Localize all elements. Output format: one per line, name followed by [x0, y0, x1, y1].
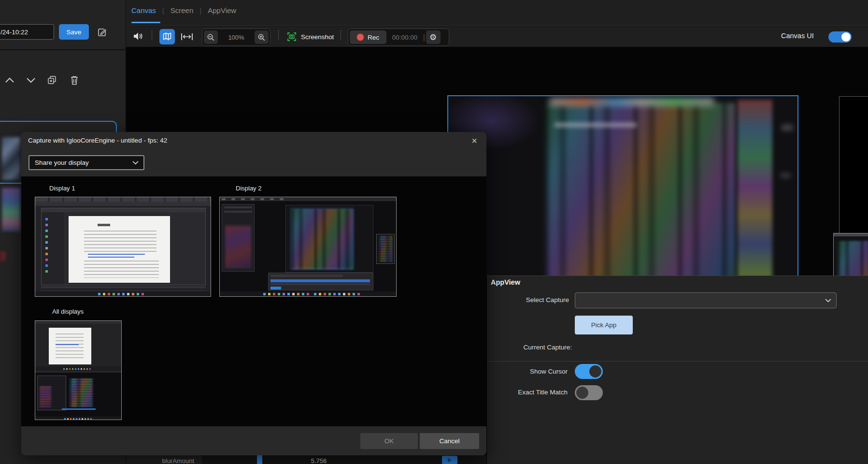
blurred-titlebar	[834, 233, 868, 236]
panel-dropdown-row	[270, 275, 343, 277]
save-button[interactable]: Save	[59, 24, 89, 40]
taskbar-icons	[98, 293, 100, 295]
thumb-bottom-panel	[268, 273, 373, 290]
pick-app-button[interactable]: Pick App	[575, 316, 633, 334]
zoom-out-icon	[206, 33, 215, 42]
scene-thumbnail-1[interactable]	[2, 137, 20, 180]
scene-thumbnail-3[interactable]	[0, 251, 6, 261]
toggle-knob	[576, 387, 588, 399]
fit-width-button[interactable]	[180, 30, 194, 43]
mini-taskbar	[35, 366, 122, 371]
map-icon	[162, 32, 172, 42]
blurred-highlight-line	[555, 123, 637, 127]
record-settings-button[interactable]: ⚙	[426, 30, 441, 44]
cancel-button[interactable]: Cancel	[420, 433, 479, 449]
select-capture-dropdown[interactable]	[575, 292, 837, 308]
display-picker-area: Display 1 Display 2	[21, 176, 486, 426]
share-display-dropdown[interactable]: Share your display	[28, 155, 144, 170]
toggle-knob	[589, 365, 601, 377]
close-icon: ×	[471, 135, 477, 146]
toolbar-separator	[341, 30, 341, 41]
screenshot-button[interactable]: Screenshot	[287, 29, 334, 44]
blurred-mini-code	[378, 236, 393, 261]
toolbar-separator	[278, 30, 279, 41]
current-capture-label: Current Capture:	[487, 344, 572, 351]
display1-thumbnail[interactable]	[35, 197, 211, 297]
edit-button[interactable]	[96, 27, 108, 38]
all-displays-thumbnail[interactable]	[35, 320, 122, 420]
app-window: Save	[0, 0, 868, 464]
zoom-controls: 100%	[202, 29, 270, 46]
display2-label: Display 2	[236, 185, 261, 192]
move-up-button[interactable]	[2, 72, 17, 88]
zoom-in-button[interactable]	[255, 30, 269, 44]
exact-title-match-toggle[interactable]	[575, 385, 603, 400]
mini-selected-row	[62, 408, 96, 410]
thumb-url-bar	[35, 202, 211, 206]
zoom-out-button[interactable]	[204, 30, 218, 44]
canvas-ui-toggle[interactable]	[828, 31, 852, 43]
ok-button[interactable]: OK	[360, 433, 418, 449]
record-dot-icon	[357, 34, 364, 41]
thumb-inner-titlebar	[42, 208, 205, 212]
thumb-right-mini	[376, 234, 395, 264]
thumb-menu-text	[222, 198, 289, 200]
dialog-close-button[interactable]: ×	[467, 134, 482, 147]
scene-thumbnail-2[interactable]	[2, 188, 20, 232]
tab-appview[interactable]: AppView	[208, 6, 236, 14]
exact-title-match-label: Exact Title Match	[487, 389, 568, 396]
toolbar-separator	[152, 30, 152, 41]
audio-button[interactable]	[131, 30, 145, 43]
delete-button[interactable]	[67, 72, 82, 88]
chevron-up-icon	[5, 77, 14, 83]
record-separator: |	[423, 33, 425, 41]
chevron-down-icon	[26, 77, 36, 83]
move-down-button[interactable]	[23, 72, 39, 88]
mini-document	[49, 328, 91, 364]
show-cursor-toggle[interactable]	[575, 364, 603, 379]
parameter-slider-handle[interactable]	[257, 455, 262, 464]
thumb-inner-window	[41, 208, 206, 285]
sidebar-divider	[0, 49, 126, 50]
mini-doc-link	[56, 344, 79, 345]
screenshot-camera-icon	[287, 32, 297, 42]
doc-link	[88, 254, 145, 255]
map-view-button[interactable]	[159, 29, 175, 44]
blur-smudge	[782, 125, 793, 130]
display1-label: Display 1	[49, 185, 75, 192]
thumb-document-page	[69, 216, 170, 283]
mini-red-thumb	[40, 387, 51, 407]
select-capture-label: Select Capture	[487, 296, 569, 304]
show-cursor-label: Show Cursor	[487, 368, 568, 375]
capture-dialog: Capture with IglooCoreEngine - untitled …	[21, 132, 486, 455]
blurred-code-lines	[545, 102, 736, 303]
canvas-ui-label: Canvas UI	[781, 32, 814, 40]
doc-text	[84, 231, 157, 252]
doc-link	[88, 257, 134, 258]
blurred-code-window	[291, 208, 354, 269]
screenshot-label: Screenshot	[301, 33, 334, 41]
appview-panel: AppView Select Capture Pick App Current …	[486, 276, 868, 464]
share-display-value: Share your display	[29, 159, 132, 166]
all-thumb-display2	[35, 371, 122, 420]
duplicate-button[interactable]	[44, 72, 60, 88]
taskbar-icons	[314, 293, 316, 295]
tab-canvas[interactable]: Canvas	[131, 6, 156, 14]
parameter-play-button[interactable]	[442, 456, 457, 464]
zoom-in-icon	[257, 33, 266, 42]
mini-menubar	[35, 371, 122, 373]
display2-thumbnail[interactable]	[219, 197, 397, 297]
trash-icon	[70, 75, 79, 86]
thumb-explorer-strip	[41, 286, 206, 291]
tab-screen[interactable]: Screen	[171, 6, 194, 14]
appview-header: AppView	[491, 278, 520, 286]
record-button[interactable]: Rec	[350, 30, 386, 44]
panel-rows	[224, 206, 252, 215]
scene-name-input[interactable]	[0, 24, 54, 40]
topbar	[126, 0, 868, 26]
parameter-name: blurAmount	[126, 455, 203, 464]
chevron-down-icon	[132, 160, 143, 165]
taskbar-icons	[63, 368, 65, 370]
zoom-level-value: 100%	[218, 34, 255, 41]
panel-divider	[487, 361, 868, 362]
